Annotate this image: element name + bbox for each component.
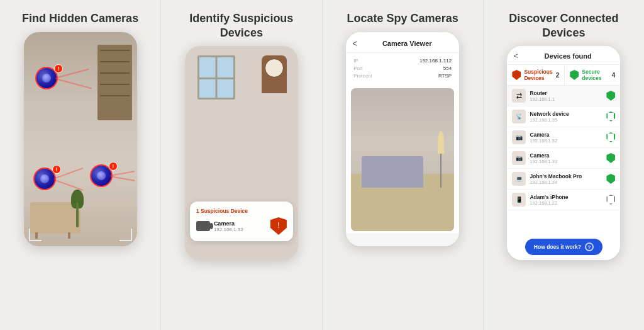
shield-exclamation: ! [277,221,279,230]
device-ip-1: 192.168.1.35 [530,117,602,123]
router-icon: ⇄ [512,89,526,103]
camera-device-icon [196,221,210,231]
camera-device-icon-3: 📷 [512,151,526,165]
device-ip-2: 192.168.1.32 [530,138,602,144]
plant-stem [76,202,79,227]
list-item[interactable]: 💻 John's Macbook Pro 192.168.1.34 [507,169,620,190]
device-details-0: Router 192.168.1.1 [530,90,602,102]
device-details-3: Camera 192.168.1.33 [530,152,602,164]
plant-decoration [71,190,84,227]
cta-row: How does it work? ? [507,234,620,260]
lr-sofa [362,156,423,188]
camera-preview [351,88,454,231]
list-item[interactable]: 📡 Network device 192.168.1.35 [507,106,620,127]
shield-status-4 [606,174,615,184]
device-details-2: Camera 192.168.1.32 [530,132,602,144]
shield-warning-icon: ! [270,217,287,235]
camera-device-icon-2: 📷 [512,130,526,144]
secure-shield-icon [570,70,579,80]
summary-row: Suspicious Devices 2 Secure devices 4 [507,65,620,86]
list-item[interactable]: 📷 Camera 192.168.1.32 [507,127,620,148]
camera-target-3: ! [90,164,115,190]
ip-value: 192.168.1.112 [419,58,452,64]
living-room-bg [351,88,454,231]
secure-count: 4 [612,72,616,79]
device-name-0: Router [530,90,602,96]
panel-2-title: Identify Suspicious Devices [167,11,315,40]
network-device-icon: 📡 [512,110,526,123]
alert-badge-2: ! [52,165,61,174]
alert-badge-3: ! [109,162,118,171]
port-label: Port [353,65,363,71]
ip-label: IP [353,58,358,64]
clock-decoration [262,55,287,93]
suspicious-summary: Suspicious Devices 2 [507,65,565,85]
viewer-title: Camera Viewer [361,40,453,47]
shield-status-0 [606,91,615,101]
iphone-icon: 📱 [512,193,526,207]
lamp-stem [440,154,441,188]
panel-find-cameras: Find Hidden Cameras ! ! [0,0,160,330]
suspicious-scene: 1 Suspicious Device Camera 192.168.1.32 … [185,46,298,260]
device-ip: 192.168.1.32 [214,227,267,232]
device-ip-0: 192.168.1.1 [530,96,602,102]
shield-status-1 [606,111,615,122]
suspicious-device-card: 1 Suspicious Device Camera 192.168.1.32 … [190,202,293,241]
device-ip-4: 192.168.1.34 [530,179,602,185]
help-circle-icon: ? [585,242,594,251]
secure-label: Secure devices [582,69,609,81]
device-details: Camera 192.168.1.32 [214,220,267,232]
suspicious-count: 2 [556,72,560,79]
viewer-bottom-bar [346,234,459,246]
info-row-protocol: Protocol RTSP [353,73,452,79]
camera-viewer-ui: < Camera Viewer IP 192.168.1.112 Port 55… [346,32,459,246]
shield-status-3 [606,153,615,163]
device-details-1: Network device 192.168.1.35 [530,111,602,123]
panel-1-title: Find Hidden Cameras [22,11,138,26]
panel-identify-suspicious: Identify Suspicious Devices 1 Suspicious… [160,0,321,330]
port-value: 554 [443,65,452,71]
corner-bracket-br [119,229,132,241]
list-item[interactable]: ⇄ Router 192.168.1.1 [507,86,620,106]
panel-3-title: Locate Spy Cameras [347,11,458,26]
phone-mockup-2: 1 Suspicious Device Camera 192.168.1.32 … [185,46,298,260]
device-details-4: John's Macbook Pro 192.168.1.34 [530,173,602,185]
phone-mockup-3: < Camera Viewer IP 192.168.1.112 Port 55… [346,32,459,246]
camera-target-1: ! [35,67,60,92]
device-ip-3: 192.168.1.33 [530,159,602,164]
info-row-port: Port 554 [353,65,452,71]
phone-mockup-4: < Devices found Suspicious Devices 2 Sec… [507,46,620,260]
secure-summary: Secure devices 4 [565,65,620,85]
corner-bracket-tl [29,229,42,241]
device-name: Camera [214,220,267,227]
panel-1-title-bold: Hidden Cameras [49,12,138,25]
info-row-ip: IP 192.168.1.112 [353,58,452,64]
devices-title: Devices found [522,52,614,60]
panel-discover-connected: Discover Connected Devices < Devices fou… [483,0,644,330]
camera-scene: ! ! ! [24,32,137,246]
how-does-it-work-button[interactable]: How does it work? ? [525,239,602,255]
device-ip-5: 192.168.1.22 [530,200,602,206]
list-item[interactable]: 📷 Camera 192.168.1.33 [507,148,620,169]
device-name-2: Camera [530,132,602,138]
panel-2-title-bold: Suspicious Devices [220,12,294,39]
device-name-5: Adam's iPhone [530,194,602,200]
list-item[interactable]: 📱 Adam's iPhone 192.168.1.22 [507,190,620,210]
panel-4-title: Discover Connected Devices [490,11,638,40]
device-name-4: John's Macbook Pro [530,173,602,179]
device-details-5: Adam's iPhone 192.168.1.22 [530,194,602,206]
help-question-mark: ? [587,244,591,250]
lr-lamp [438,131,444,188]
panel-4-title-bold: Connected Devices [542,12,618,39]
devices-back-button[interactable]: < [513,51,518,60]
suspicious-label: Suspicious Devices [524,69,552,81]
viewer-header: < Camera Viewer [346,32,459,53]
phone-mockup-1: ! ! ! [24,32,137,246]
viewer-back-button[interactable]: < [352,38,357,48]
protocol-label: Protocol [353,73,372,79]
panel-3-title-bold: Spy Cameras [387,12,458,25]
devices-ui: < Devices found Suspicious Devices 2 Sec… [507,46,620,260]
devices-header: < Devices found [507,46,620,65]
device-list: ⇄ Router 192.168.1.1 📡 Network device 19… [507,86,620,234]
device-name-1: Network device [530,111,602,117]
